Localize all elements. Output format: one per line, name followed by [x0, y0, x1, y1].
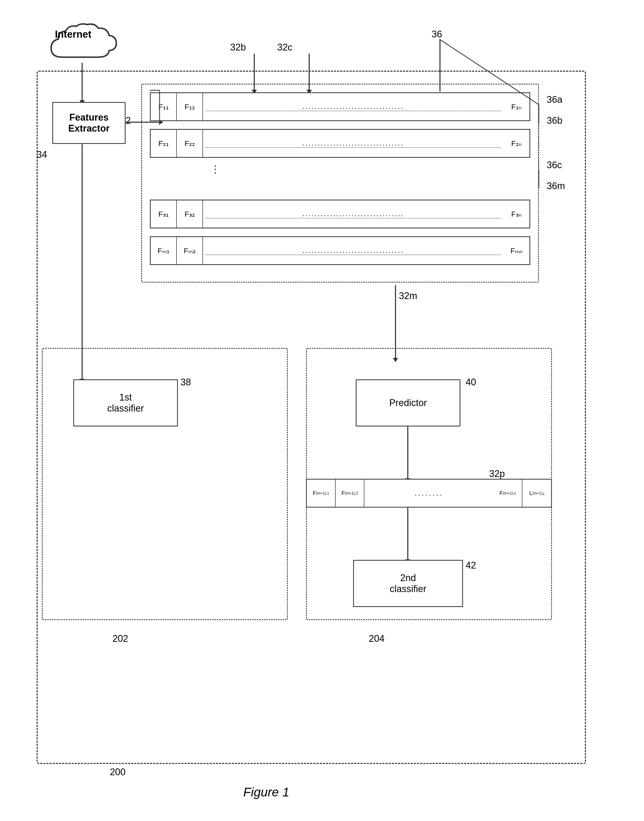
outer-box-200	[37, 71, 586, 764]
label-32b: 32b	[230, 42, 246, 53]
figure-caption: Figure 1	[243, 785, 289, 799]
label-200: 200	[110, 767, 126, 778]
internet-label: Internet	[55, 29, 91, 40]
internet-cloud	[47, 21, 120, 68]
label-32c: 32c	[277, 42, 293, 53]
label-36: 36	[432, 29, 442, 40]
